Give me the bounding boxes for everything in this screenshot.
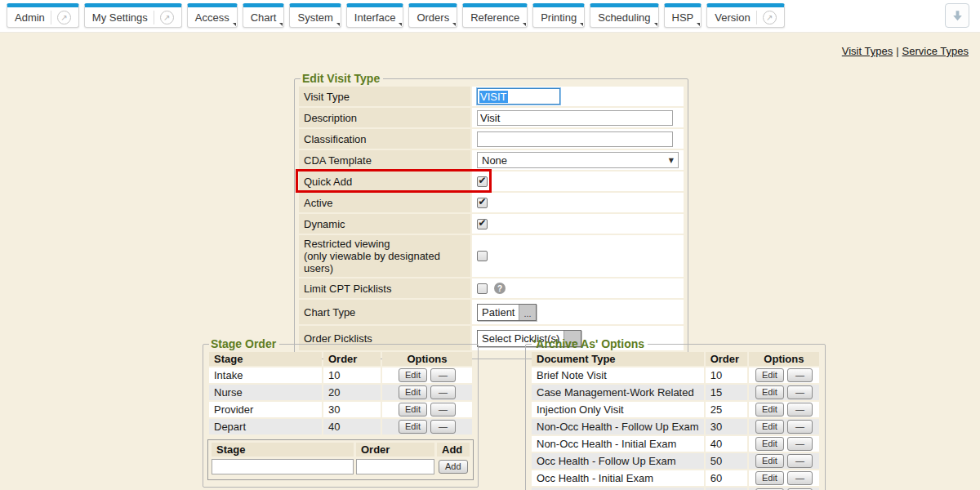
col-header-options: Options	[382, 352, 472, 366]
col-header-stage: Stage	[209, 352, 322, 366]
quick-add-label: Quick Add	[299, 172, 470, 191]
archive-as-table: Document Type Order Options Brief Note V…	[530, 350, 821, 490]
document-type-cell: Non-Occ Health - Initial Exam	[532, 436, 704, 452]
top-navbar: Admin ↗ My Settings ↗ Access Chart Syste…	[0, 0, 980, 33]
tab-divider	[51, 11, 51, 24]
chart-type-button[interactable]: Patient ...	[477, 304, 537, 321]
document-type-cell: Non-Occ Health - Follow Up Exam	[532, 419, 704, 434]
visit-type-input[interactable]: VISIT	[477, 88, 560, 105]
tab-label: Reference	[470, 11, 519, 24]
browse-ellipsis-icon[interactable]: ...	[519, 305, 535, 320]
active-row: Active ✔	[299, 193, 684, 212]
tab-my-settings[interactable]: My Settings ↗	[84, 3, 182, 28]
remove-button[interactable]: —	[787, 454, 813, 468]
document-type-cell: Case Management-Work Related	[532, 385, 704, 400]
arrow-glyph: ↗	[163, 13, 170, 22]
add-button[interactable]: Add	[439, 460, 468, 474]
tab-admin[interactable]: Admin ↗	[7, 3, 79, 28]
order-cell: 40	[323, 419, 381, 434]
remove-button[interactable]: —	[787, 471, 813, 485]
table-row: Provider 30 Edit—	[209, 402, 472, 417]
archive-as-options-legend: 'Archive As' Options	[532, 337, 648, 350]
stage-cell: Depart	[209, 419, 322, 434]
tab-version[interactable]: Version ↗	[706, 3, 784, 28]
edit-button[interactable]: Edit	[755, 420, 784, 434]
stage-order-legend: Stage Order	[209, 337, 279, 350]
scroll-down-button[interactable]	[945, 3, 969, 28]
edit-button[interactable]: Edit	[399, 385, 427, 399]
edit-button[interactable]: Edit	[755, 403, 784, 416]
tab-label: Orders	[416, 11, 449, 24]
help-icon[interactable]: ?	[494, 283, 506, 294]
table-row: Injection Only Visit 25 Edit—	[532, 402, 819, 417]
cda-template-select[interactable]: None ▼	[477, 152, 679, 168]
edit-button[interactable]: Edit	[755, 471, 784, 485]
tab-label: HSP	[672, 11, 694, 24]
limit-cpt-picklists-checkbox[interactable]: ✔	[477, 283, 488, 294]
col-header-document-type: Document Type	[532, 352, 704, 366]
link-visit-types[interactable]: Visit Types	[842, 45, 893, 57]
external-link-icon[interactable]: ↗	[160, 11, 174, 24]
description-input[interactable]	[477, 110, 673, 126]
tab-hsp[interactable]: HSP	[664, 3, 702, 28]
new-stage-input[interactable]	[212, 459, 354, 474]
edit-button[interactable]: Edit	[755, 437, 784, 451]
classification-input[interactable]	[477, 131, 673, 147]
document-type-cell: Occ Health - Initial Exam	[532, 470, 704, 486]
edit-button[interactable]: Edit	[399, 420, 427, 434]
external-link-icon[interactable]: ↗	[57, 11, 71, 24]
tab-label: Chart	[251, 11, 277, 24]
tab-interface[interactable]: Interface	[346, 3, 404, 28]
external-link-icon[interactable]: ↗	[763, 11, 777, 24]
visit-type-row: Visit Type VISIT	[299, 87, 684, 106]
down-arrow-icon	[951, 9, 964, 23]
tab-label: Version	[715, 11, 750, 24]
table-row: Non-Occ Health - Initial Exam 40 Edit—	[532, 436, 819, 452]
table-row: Occ Health - Initial Exam 60 Edit—	[532, 470, 819, 486]
restricted-viewing-sublabel: (only viewable by designated users)	[304, 250, 466, 274]
selected-text: VISIT	[479, 91, 508, 103]
remove-button[interactable]: —	[787, 420, 813, 434]
remove-button[interactable]: —	[430, 403, 456, 416]
tab-access[interactable]: Access	[187, 3, 238, 28]
restricted-viewing-label: Restricted viewing	[304, 238, 466, 250]
tab-reference[interactable]: Reference	[462, 3, 528, 28]
remove-button[interactable]: —	[787, 368, 813, 382]
order-cell: 30	[323, 402, 381, 417]
document-type-cell: Injection Only Visit	[532, 402, 704, 417]
tab-printing[interactable]: Printing	[532, 3, 585, 28]
tab-chart[interactable]: Chart	[243, 3, 285, 28]
edit-button[interactable]: Edit	[755, 385, 784, 399]
active-checkbox[interactable]: ✔	[477, 198, 488, 208]
tab-system[interactable]: System	[289, 3, 341, 28]
remove-button[interactable]: —	[430, 368, 456, 382]
limit-cpt-picklists-label: Limit CPT Picklists	[299, 278, 470, 298]
remove-button[interactable]: —	[430, 420, 456, 434]
order-cell: 30	[706, 419, 747, 434]
description-label: Description	[299, 108, 470, 127]
question-glyph: ?	[497, 284, 502, 293]
link-separator: |	[896, 45, 898, 57]
check-icon: ✔	[478, 196, 486, 207]
remove-button[interactable]: —	[787, 403, 813, 416]
edit-button[interactable]: Edit	[755, 454, 784, 468]
dynamic-checkbox[interactable]: ✔	[477, 219, 488, 229]
link-service-types[interactable]: Service Types	[902, 45, 969, 57]
tab-label: My Settings	[92, 11, 148, 24]
remove-button[interactable]: —	[430, 385, 456, 399]
remove-button[interactable]: —	[787, 437, 813, 451]
table-row: Brief Note Visit 10 Edit—	[532, 368, 819, 383]
edit-button[interactable]: Edit	[399, 403, 427, 416]
page-links: Visit Types|Service Types	[842, 45, 969, 57]
restricted-viewing-checkbox[interactable]: ✔	[477, 251, 488, 261]
tab-scheduling[interactable]: Scheduling	[590, 3, 658, 28]
cda-template-row: CDA Template None ▼	[299, 150, 684, 170]
check-icon: ✔	[478, 175, 486, 186]
quick-add-checkbox[interactable]: ✔	[477, 176, 488, 187]
remove-button[interactable]: —	[787, 385, 813, 399]
tab-orders[interactable]: Orders	[408, 3, 457, 28]
edit-button[interactable]: Edit	[755, 368, 784, 382]
edit-button[interactable]: Edit	[399, 368, 427, 382]
new-order-input[interactable]	[356, 459, 434, 474]
tab-label: Interface	[354, 11, 396, 24]
